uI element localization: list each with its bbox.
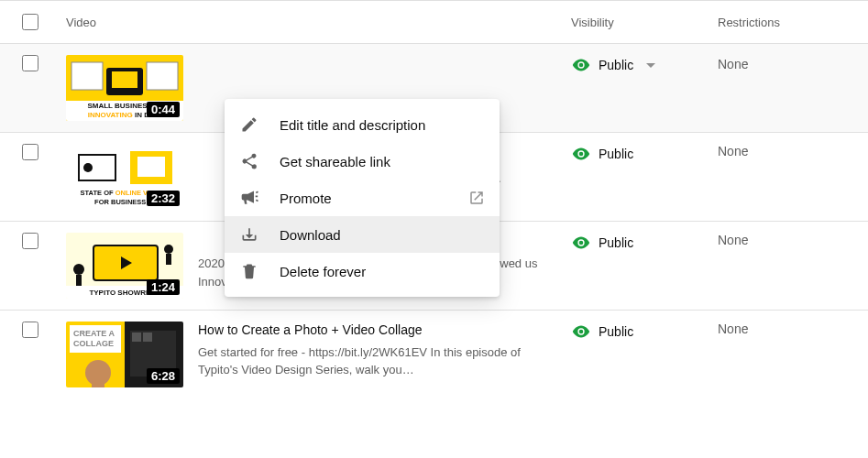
video-thumbnail[interactable]: CREATE A COLLAGE 6:28 xyxy=(66,322,183,387)
menu-item-promote[interactable]: Promote xyxy=(225,180,500,216)
public-eye-icon xyxy=(571,233,591,253)
duration-badge: 6:28 xyxy=(147,368,180,384)
column-header-video[interactable]: Video xyxy=(66,16,571,29)
visibility-dropdown[interactable]: Public xyxy=(571,144,633,164)
menu-item-label: Download xyxy=(280,227,341,243)
svg-text:COLLAGE: COLLAGE xyxy=(73,339,114,348)
svg-rect-31 xyxy=(92,376,104,387)
duration-badge: 1:24 xyxy=(147,279,180,295)
video-thumbnail[interactable]: STATE OF ONLINE VIDEOS FOR BUSINESS IN 2… xyxy=(66,144,183,210)
svg-point-21 xyxy=(164,245,173,254)
row-checkbox[interactable] xyxy=(22,144,38,160)
menu-item-delete[interactable]: Delete forever xyxy=(225,253,500,289)
svg-rect-20 xyxy=(76,275,82,288)
column-header-visibility[interactable]: Visibility xyxy=(571,16,718,29)
megaphone-icon xyxy=(239,188,259,208)
visibility-dropdown[interactable]: Public xyxy=(571,233,633,253)
open-external-icon xyxy=(468,190,485,206)
svg-rect-34 xyxy=(143,333,152,342)
duration-badge: 0:44 xyxy=(147,102,180,117)
public-eye-icon xyxy=(571,144,591,164)
video-description: Get started for free - https://bit.ly/2W… xyxy=(198,344,556,379)
menu-item-download[interactable]: Download xyxy=(225,216,500,253)
restrictions-cell: None xyxy=(718,322,846,336)
menu-item-share[interactable]: Get shareable link xyxy=(225,143,500,180)
svg-point-10 xyxy=(83,163,93,172)
options-menu: Edit title and description Get shareable… xyxy=(225,99,500,297)
header-checkbox-cell xyxy=(22,14,66,30)
menu-item-label: Promote xyxy=(280,191,332,206)
share-icon xyxy=(239,151,259,171)
visibility-label: Public xyxy=(599,324,633,339)
table-row[interactable]: CREATE A COLLAGE 6:28 How to Create a Ph… xyxy=(0,311,868,398)
video-thumbnail[interactable]: SMALL BUSINESSES INNOVATING IN DIRE 0:44 xyxy=(66,55,183,121)
chevron-down-icon xyxy=(646,63,655,68)
menu-item-label: Delete forever xyxy=(280,264,366,279)
public-eye-icon xyxy=(571,322,591,342)
select-all-checkbox[interactable] xyxy=(22,14,38,30)
svg-text:CREATE A: CREATE A xyxy=(73,329,115,338)
menu-item-label: Get shareable link xyxy=(280,154,390,169)
visibility-label: Public xyxy=(599,147,633,161)
row-checkbox[interactable] xyxy=(22,55,38,71)
public-eye-icon xyxy=(571,55,591,75)
svg-rect-4 xyxy=(112,71,137,88)
visibility-label: Public xyxy=(599,58,633,72)
svg-rect-1 xyxy=(71,62,103,90)
duration-badge: 2:32 xyxy=(147,191,180,206)
restrictions-cell: None xyxy=(718,144,846,158)
download-icon xyxy=(239,224,259,245)
column-header-restrictions[interactable]: Restrictions xyxy=(718,16,846,29)
svg-rect-33 xyxy=(132,333,141,342)
pencil-icon xyxy=(239,114,259,135)
row-checkbox[interactable] xyxy=(22,322,38,338)
svg-point-19 xyxy=(73,264,84,275)
table-header-row: Video Visibility Restrictions xyxy=(0,0,868,44)
visibility-dropdown[interactable]: Public xyxy=(571,322,633,342)
visibility-dropdown[interactable]: Public xyxy=(571,55,655,75)
video-thumbnail[interactable]: TYPITO SHOWREEL 1:24 xyxy=(66,233,183,299)
svg-rect-12 xyxy=(137,157,165,177)
row-checkbox[interactable] xyxy=(22,233,38,249)
visibility-label: Public xyxy=(599,235,633,250)
restrictions-cell: None xyxy=(718,233,846,247)
video-title: How to Create a Photo + Video Collage xyxy=(198,322,556,340)
menu-item-edit[interactable]: Edit title and description xyxy=(225,106,500,143)
svg-rect-2 xyxy=(147,62,178,90)
restrictions-cell: None xyxy=(718,55,846,71)
menu-item-label: Edit title and description xyxy=(280,117,425,133)
trash-icon xyxy=(239,261,259,281)
svg-rect-22 xyxy=(166,254,171,265)
